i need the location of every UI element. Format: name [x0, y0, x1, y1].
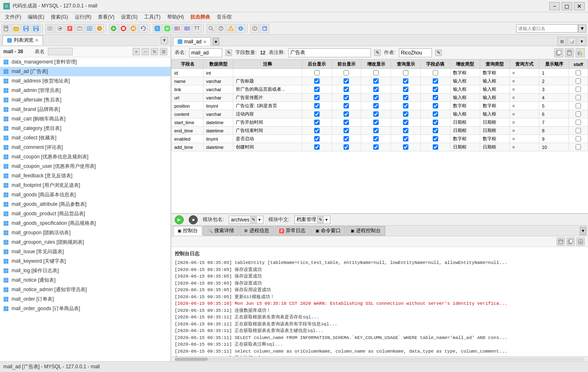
console-copy-btn[interactable] — [567, 238, 575, 246]
table-name-edit-icon[interactable]: ✎ — [225, 49, 232, 56]
staff-checkbox[interactable] — [576, 111, 581, 117]
required-checkbox[interactable] — [433, 70, 438, 75]
left-tab-close[interactable]: ✕ — [35, 38, 38, 42]
table-item[interactable]: mall_collect [收藏表] — [0, 133, 171, 143]
table-item[interactable]: mall_notice_admin [通知管理员表] — [0, 285, 171, 294]
query-checkbox[interactable] — [403, 144, 408, 150]
staff-checkbox[interactable] — [576, 87, 581, 92]
edit-checkbox[interactable] — [373, 144, 379, 150]
toolbar-search-dropdown[interactable]: ▼ — [578, 24, 586, 33]
module-pkg-edit-icon[interactable]: ✎ — [250, 217, 257, 223]
module-stop-button[interactable]: ■ — [189, 215, 198, 224]
tb-save[interactable] — [21, 24, 31, 33]
backend-checkbox[interactable] — [314, 103, 320, 108]
tb-btn24[interactable]: ▶ — [260, 24, 269, 33]
right-tab-chart[interactable]: 📊 — [567, 37, 576, 46]
table-item[interactable]: mall_footprint [用户浏览足迹表] — [0, 181, 171, 190]
console-tab-scroll[interactable]: ▼ — [580, 227, 586, 235]
table-item[interactable]: mall_keyword [关键字表] — [0, 257, 171, 266]
table-item[interactable]: mall_coupon [优惠券信息及规则表] — [0, 152, 171, 162]
required-checkbox[interactable] — [433, 78, 438, 84]
tb-open[interactable] — [12, 24, 21, 33]
staff-checkbox[interactable] — [576, 136, 581, 141]
right-tab-mall-ad[interactable]: mall_ad ✕ — [173, 37, 211, 46]
query-checkbox[interactable] — [403, 70, 408, 75]
console-export-btn[interactable] — [576, 238, 585, 246]
meta-btn-paste[interactable] — [565, 48, 574, 57]
table-item[interactable]: mall_admin [管理员表] — [0, 86, 171, 95]
add-table-btn[interactable]: + — [133, 48, 140, 55]
minimize-button[interactable]: − — [549, 2, 560, 10]
tb-btn5[interactable] — [45, 24, 55, 33]
console-tab-progress[interactable]: ⚙ 进程信息 — [239, 226, 274, 235]
tb-btn23[interactable] — [250, 24, 259, 33]
required-checkbox[interactable] — [433, 144, 438, 150]
query-checkbox[interactable] — [403, 95, 408, 100]
right-tab-close[interactable]: ✕ — [203, 40, 206, 44]
tb-btn19[interactable] — [206, 24, 216, 33]
query-checkbox[interactable] — [403, 78, 408, 84]
backend-checkbox[interactable] — [314, 144, 320, 150]
required-checkbox[interactable] — [433, 103, 438, 108]
console-hscroll-thumb[interactable] — [175, 358, 208, 361]
edit-checkbox[interactable] — [373, 136, 379, 141]
tb-btn8[interactable] — [75, 24, 84, 33]
menu-edit[interactable]: 编辑(E) — [24, 13, 47, 21]
table-item[interactable]: mall_feedback [意见反馈表] — [0, 171, 171, 181]
menu-search[interactable]: 搜索(G) — [47, 13, 71, 21]
table-item[interactable]: mall_cart [购物车商品表] — [0, 114, 171, 124]
query-checkbox[interactable] — [403, 103, 408, 108]
settings-table-btn[interactable]: ☰ — [160, 48, 167, 55]
table-item[interactable]: mall_ad [广告表] — [0, 67, 171, 76]
frontend-checkbox[interactable] — [344, 144, 349, 150]
backend-checkbox[interactable] — [314, 70, 320, 75]
refresh-table-btn[interactable]: ↻ — [151, 48, 158, 55]
table-item[interactable]: mall_groupon_rules [团购规则表] — [0, 238, 171, 247]
tb-btn22[interactable]: i — [236, 24, 245, 33]
lt-btn-dropdown[interactable]: ▼ — [161, 37, 168, 44]
table-item[interactable]: mall_notice [通知表] — [0, 275, 171, 285]
edit-checkbox[interactable] — [373, 111, 379, 117]
table-item[interactable]: mall_goods_specification [商品规格表] — [0, 219, 171, 228]
tb-btn17[interactable] — [183, 24, 192, 33]
backend-checkbox[interactable] — [314, 87, 320, 92]
staff-checkbox[interactable] — [576, 103, 581, 108]
menu-tools[interactable]: 工具(T) — [141, 13, 164, 21]
meta-btn-copy[interactable] — [554, 48, 563, 57]
left-tab-list[interactable]: 列表浏览 ✕ — [2, 35, 43, 45]
backend-checkbox[interactable] — [314, 136, 320, 141]
frontend-checkbox[interactable] — [344, 128, 349, 133]
table-item[interactable]: mall_address [收货地址表] — [0, 76, 171, 86]
menu-run[interactable]: 运行(R) — [71, 13, 95, 21]
edit-checkbox[interactable] — [373, 128, 379, 133]
frontend-checkbox[interactable] — [344, 95, 349, 100]
backend-checkbox[interactable] — [314, 78, 320, 84]
required-checkbox[interactable] — [433, 128, 438, 133]
table-item[interactable]: mall_aftersale [售后表] — [0, 95, 171, 105]
table-item[interactable]: mall_goods [商品基本信息表] — [0, 190, 171, 200]
required-checkbox[interactable] — [433, 87, 438, 92]
close-button[interactable]: ✕ — [574, 2, 585, 10]
backend-checkbox[interactable] — [314, 95, 320, 100]
remove-table-btn[interactable]: − — [142, 48, 149, 55]
table-item[interactable]: data_management [资料管理] — [0, 57, 171, 67]
table-name-field[interactable] — [189, 48, 222, 57]
menu-highlight[interactable]: 抗击肺炎 — [187, 13, 213, 21]
required-checkbox[interactable] — [433, 136, 438, 141]
staff-checkbox[interactable] — [576, 144, 581, 150]
edit-checkbox[interactable] — [373, 95, 379, 100]
frontend-checkbox[interactable] — [344, 120, 349, 125]
required-checkbox[interactable] — [433, 120, 438, 125]
backend-checkbox[interactable] — [314, 128, 320, 133]
required-checkbox[interactable] — [433, 111, 438, 117]
tb-saveas[interactable]: + — [31, 24, 40, 33]
module-cn-dropdown[interactable]: 档案管理 ✎ ▼ — [294, 216, 330, 224]
edit-checkbox[interactable] — [373, 70, 379, 75]
menu-settings[interactable]: 设置(S) — [118, 13, 141, 21]
console-tab-error[interactable]: ✗ 异常日志 — [275, 226, 310, 235]
table-item[interactable]: mall_issue [常见问题表] — [0, 247, 171, 257]
frontend-checkbox[interactable] — [344, 111, 349, 117]
right-tab-scroll[interactable]: ▼ — [213, 38, 219, 46]
console-clear-btn[interactable] — [557, 238, 565, 246]
frontend-checkbox[interactable] — [344, 136, 349, 141]
